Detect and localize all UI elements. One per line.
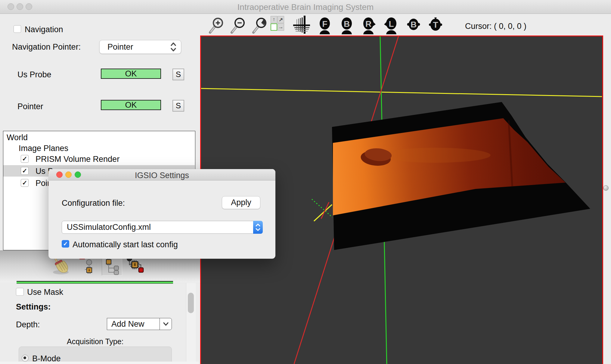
right-panel-scroll-dot[interactable]	[603, 185, 609, 191]
view-front-head-icon[interactable]: F	[315, 16, 334, 34]
tree-item-image-planes[interactable]: Image Planes	[19, 144, 68, 153]
depth-combo-value: Add New	[111, 319, 144, 329]
crosshair-grid-icon[interactable]	[291, 15, 311, 34]
pan-direction-grid[interactable]: ↑ ↗ →	[271, 16, 284, 31]
pointer-label: Pointer	[17, 102, 43, 111]
view-back-head-icon[interactable]: B	[337, 16, 356, 34]
navigation-checkbox[interactable]	[14, 25, 21, 33]
navigation-label: Navigation	[25, 25, 63, 34]
window-bottom-edge	[0, 362, 199, 364]
check-icon: ✓	[63, 240, 68, 247]
use-mask-checkbox[interactable]	[16, 288, 24, 296]
svg-text:L: L	[389, 19, 394, 29]
chevron-up-down-icon	[170, 42, 177, 52]
window-titlebar[interactable]: Intraoperative Brain Imaging System	[0, 0, 611, 14]
depth-combo-arrow-button[interactable]	[160, 318, 172, 330]
chevron-down-icon	[163, 322, 169, 326]
bmode-radio[interactable]	[22, 355, 29, 362]
config-file-stepper[interactable]	[253, 221, 263, 234]
zoom-fit-icon[interactable]	[250, 16, 270, 35]
chevron-up-icon	[255, 223, 261, 227]
check-icon: ✓	[22, 179, 27, 187]
depth-combo[interactable]: Add New	[107, 318, 160, 330]
dialog-titlebar[interactable]: IGSIO Settings	[48, 169, 275, 180]
us-probe-label: Us Probe	[17, 70, 51, 79]
pan-up-right-icon[interactable]: ↗	[278, 16, 284, 23]
svg-text:B: B	[344, 19, 350, 29]
zoom-in-icon[interactable]	[207, 16, 226, 35]
pointer-status-badge: OK	[101, 100, 161, 110]
window-title: Intraoperative Brain Imaging System	[0, 2, 611, 12]
dialog-title: IGSIO Settings	[48, 171, 275, 180]
view-top-head-icon[interactable]: T	[426, 16, 445, 34]
check-icon: ✓	[22, 155, 27, 162]
autostart-checkbox[interactable]: ✓	[62, 240, 69, 248]
pointer-s-button[interactable]: S	[172, 100, 184, 112]
igsio-settings-dialog[interactable]: IGSIO Settings Configuration file: Apply…	[48, 169, 275, 259]
hardware-tree-icon	[102, 258, 122, 275]
configuration-file-label: Configuration file:	[62, 199, 125, 208]
hardware-tree-icon-frame[interactable]	[102, 258, 122, 276]
settings-heading: Settings:	[16, 302, 51, 312]
autostart-label: Automatically start last config	[73, 240, 178, 249]
svg-text:R: R	[365, 19, 371, 29]
us-probe-s-button[interactable]: S	[172, 69, 184, 80]
svg-text:F: F	[322, 19, 327, 29]
pan-right-icon[interactable]: →	[278, 23, 284, 31]
ultrasound-echo-trail	[379, 148, 491, 163]
tree-item-prism-volume-render[interactable]: PRISM Volume Render	[36, 155, 119, 164]
radio-dot-icon	[23, 356, 26, 359]
view-right-head-icon[interactable]: R	[359, 16, 378, 34]
prism-volume-render-checkbox[interactable]: ✓	[21, 155, 29, 163]
view-left-head-icon[interactable]: L	[382, 16, 400, 34]
cursor-coordinates: Cursor: ( 0, 0, 0 )	[465, 22, 526, 31]
svg-text:T: T	[433, 20, 438, 29]
view-bottom-head-icon[interactable]: B	[404, 16, 423, 34]
chevron-down-icon	[255, 228, 261, 231]
tree-item-world[interactable]: World	[7, 133, 28, 142]
pointer-plane-checkbox[interactable]: ✓	[21, 179, 29, 187]
navigation-pointer-value: Pointer	[107, 42, 133, 52]
use-mask-label: Use Mask	[27, 288, 63, 297]
acquisition-type-label: Acquisition Type:	[67, 337, 124, 346]
progress-bar	[17, 281, 173, 284]
us-probe-plane-checkbox[interactable]: ✓	[21, 167, 29, 175]
depth-label: Depth:	[16, 320, 40, 329]
svg-text:B: B	[411, 20, 417, 29]
check-icon: ✓	[22, 167, 27, 174]
navigation-pointer-label: Navigation Pointer:	[12, 42, 81, 52]
config-file-combo[interactable]: USSimulatorConfig.xml	[62, 221, 262, 234]
left-panel-scrollbar-thumb[interactable]	[188, 293, 194, 313]
us-probe-status-badge: OK	[101, 69, 161, 79]
navigation-pointer-select[interactable]: Pointer	[99, 40, 181, 54]
pan-up-icon[interactable]: ↑	[271, 16, 277, 23]
apply-button[interactable]: Apply	[222, 196, 260, 209]
zoom-out-icon[interactable]	[229, 16, 248, 35]
config-file-value: USSimulatorConfig.xml	[67, 223, 151, 232]
pan-center-cell[interactable]	[271, 23, 277, 31]
